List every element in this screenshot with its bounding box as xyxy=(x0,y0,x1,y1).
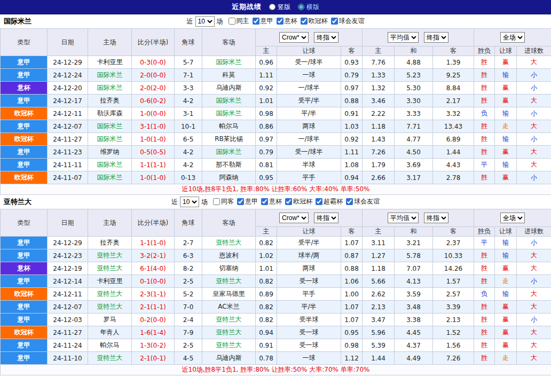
filter-checkbox[interactable] xyxy=(346,198,353,205)
cell-avg-away: 1.57 xyxy=(433,275,474,288)
filter-checkbox[interactable] xyxy=(331,18,338,25)
cell-competition-type: 意甲 xyxy=(1,159,48,171)
filter-checkbox[interactable] xyxy=(213,198,220,205)
filter-checkbox[interactable] xyxy=(253,18,259,25)
cell-competition-type: 欧冠杯 xyxy=(1,288,48,301)
match-row: 欧冠杯24-11-27年青人1-6(1-4)7-9亚特兰大0.94受一球0.95… xyxy=(1,326,551,339)
sub-avg-away: 客 xyxy=(433,227,474,237)
average-final-select[interactable]: 终指 xyxy=(424,32,448,43)
cell-avg-home: 5.96 xyxy=(363,326,395,339)
cell-avg-draw: 4.77 xyxy=(395,133,433,146)
filter-checkbox[interactable] xyxy=(229,18,235,25)
cell-away-team: 亚特兰大 xyxy=(202,326,256,339)
cell-odds-home: 0.92 xyxy=(256,82,277,95)
fulltime-select[interactable]: 全场 xyxy=(500,32,525,43)
cell-handicap: 平手 xyxy=(277,171,341,184)
filter-checkbox[interactable] xyxy=(301,18,308,25)
filter-option[interactable]: 意杯 xyxy=(277,17,297,26)
match-row: 意甲24-12-17拉齐奥0-6(0-2)4-2国际米兰1.01受平/半0.88… xyxy=(1,95,551,107)
layout-vertical-option[interactable]: 竖版 xyxy=(269,3,290,12)
team-section: 国际米兰 近 10 场 同主意甲意杯欧冠杯球会友谊 类型 xyxy=(0,14,551,195)
filter-option[interactable]: 球会友谊 xyxy=(331,17,365,26)
filter-option[interactable]: 意杯 xyxy=(261,197,282,206)
filter-option[interactable]: 超霸杯 xyxy=(316,197,343,206)
cell-result: 胜 xyxy=(474,313,495,326)
cell-home-team: 卡利亚里 xyxy=(88,275,132,288)
cell-date: 24-11-23 xyxy=(48,146,88,159)
results-table: 类型 日期 主场 比分(半场) 角球 客场 Crow* 终指 xyxy=(0,28,551,195)
average-select[interactable]: 平均值 xyxy=(388,32,419,43)
cell-away-team: 皇家马德里 xyxy=(202,288,256,301)
match-row: 意甲24-11-23维罗纳0-5(0-5)4-2国际米兰0.79受一/球半1.1… xyxy=(1,146,551,159)
cell-odds-home: 1.01 xyxy=(256,262,277,275)
cell-odds-away: 0.87 xyxy=(341,249,363,262)
cell-handicap-result: 赢 xyxy=(495,313,517,326)
cell-competition-type: 意甲 xyxy=(1,249,48,262)
sub-handicap: 让球 xyxy=(277,227,341,237)
summary-text: 近10场,胜8平1负1, 胜率:80% 让胜率:50% 大率:70% 单率:70… xyxy=(1,365,551,375)
cell-handicap: 受一球 xyxy=(277,326,341,339)
filter-option[interactable]: 同客 xyxy=(213,197,234,206)
filter-label: 意杯 xyxy=(285,17,297,26)
cell-handicap-result: 走 xyxy=(495,120,517,133)
filter-option[interactable]: 球会友谊 xyxy=(346,197,380,206)
filter-label: 意杯 xyxy=(269,197,282,206)
cell-competition-type: 欧冠杯 xyxy=(1,107,48,120)
cell-score: 0-2(0-0) xyxy=(132,313,175,326)
average-select[interactable]: 平均值 xyxy=(388,213,419,223)
filter-option[interactable]: 意甲 xyxy=(237,197,258,206)
cell-avg-away: 3.32 xyxy=(433,107,474,120)
cell-date: 24-12-23 xyxy=(48,249,88,262)
average-final-select[interactable]: 终指 xyxy=(424,213,448,223)
cell-goals-result: 大 xyxy=(517,326,551,339)
cell-odds-home: 0.95 xyxy=(256,171,277,184)
cell-date: 24-12-19 xyxy=(48,262,88,275)
filter-option[interactable]: 同主 xyxy=(229,17,249,26)
near-count-select[interactable]: 10 xyxy=(180,197,199,207)
layout-horizontal-option[interactable]: 横版 xyxy=(298,3,319,12)
cell-odds-away: 1.07 xyxy=(341,313,363,326)
cell-avg-draw: 5.23 xyxy=(395,69,433,82)
cell-result: 负 xyxy=(474,107,495,120)
filter-checkbox[interactable] xyxy=(261,198,268,205)
near-count-select[interactable]: 10 xyxy=(195,16,215,27)
cell-result: 平 xyxy=(474,159,495,171)
cell-handicap-result: 输 xyxy=(495,133,517,146)
filter-option[interactable]: 欧冠杯 xyxy=(285,197,312,206)
cell-away-team: AC米兰 xyxy=(202,301,256,313)
filter-checkbox[interactable] xyxy=(285,198,292,205)
match-row: 意甲24-12-03罗马0-2(0-0)2-4亚特兰大0.82受半球1.073.… xyxy=(1,313,551,326)
cell-goals-result: 小 xyxy=(517,82,551,95)
filter-checkbox[interactable] xyxy=(277,18,284,25)
cell-corners: 4-2 xyxy=(175,95,202,107)
odds-final-select[interactable]: 终指 xyxy=(314,32,339,43)
near-label: 近 xyxy=(171,198,178,207)
filters: 近 10 场 同客意甲意杯欧冠杯超霸杯球会友谊 xyxy=(171,197,380,207)
cell-odds-home: 0.79 xyxy=(256,146,277,159)
cell-goals-result: 大 xyxy=(517,288,551,301)
filter-checkbox[interactable] xyxy=(316,198,322,205)
fulltime-select[interactable]: 全场 xyxy=(500,213,525,223)
col-type: 类型 xyxy=(1,29,48,56)
fulltime-group-header: 全场 xyxy=(474,29,551,46)
filter-checkbox[interactable] xyxy=(237,198,244,205)
cell-away-team: 国际米兰 xyxy=(202,107,256,120)
cell-avg-home: 1.32 xyxy=(363,82,395,95)
cell-away-team: 阿森纳 xyxy=(202,171,256,184)
cell-date: 24-11-27 xyxy=(48,133,88,146)
cell-corners: 2-7 xyxy=(175,237,202,249)
cell-avg-draw: 3.48 xyxy=(395,301,433,313)
odds-final-select[interactable]: 终指 xyxy=(314,213,339,223)
cell-corners: 10-1 xyxy=(175,120,202,133)
vertical-layout-radio[interactable] xyxy=(269,4,276,10)
odds-company-select[interactable]: Crow* xyxy=(279,213,309,223)
filter-option[interactable]: 意甲 xyxy=(253,17,273,26)
cell-result: 胜 xyxy=(474,301,495,313)
filter-option[interactable]: 欧冠杯 xyxy=(301,17,328,26)
cell-competition-type: 意甲 xyxy=(1,237,48,249)
odds-company-select[interactable]: Crow* xyxy=(279,32,309,43)
horizontal-layout-radio[interactable] xyxy=(298,4,304,10)
cell-score: 3-1(1-0) xyxy=(132,120,175,133)
league-filter-group: 同客意甲意杯欧冠杯超霸杯球会友谊 xyxy=(210,197,380,207)
cell-handicap: 受一/球半 xyxy=(277,146,341,159)
